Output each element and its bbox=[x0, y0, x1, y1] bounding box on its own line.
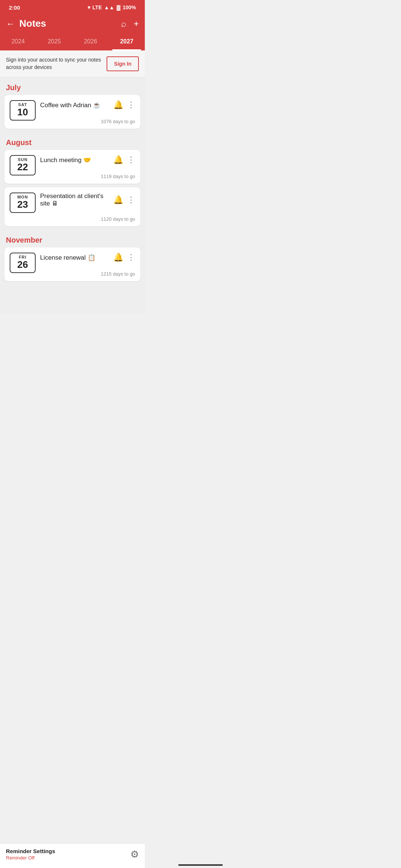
days-to-go: 1076 days to go bbox=[40, 119, 135, 124]
year-tab-2025[interactable]: 2025 bbox=[36, 34, 73, 49]
note-card[interactable]: MON 23 Presentation at client's site 🖥 🔔… bbox=[4, 187, 140, 226]
note-title: License renewal 📋 bbox=[40, 254, 113, 262]
bell-icon[interactable]: 🔔 bbox=[113, 100, 123, 110]
note-actions: 🔔 ⋮ bbox=[113, 100, 135, 110]
day-number: 26 bbox=[17, 259, 28, 270]
bell-icon[interactable]: 🔔 bbox=[113, 155, 123, 165]
note-content: License renewal 📋 🔔 ⋮ 1215 days to go bbox=[40, 253, 135, 277]
year-tabs: 2024202520262027 bbox=[0, 34, 145, 50]
year-tab-2027[interactable]: 2027 bbox=[109, 34, 145, 49]
date-badge: MON 23 bbox=[10, 193, 36, 213]
note-title-row: License renewal 📋 🔔 ⋮ bbox=[40, 253, 135, 262]
status-time: 2:00 bbox=[9, 4, 20, 11]
month-label-august: August bbox=[0, 132, 145, 150]
note-content: Lunch meeting 🤝 🔔 ⋮ 1119 days to go bbox=[40, 155, 135, 179]
days-to-go: 1120 days to go bbox=[40, 216, 135, 222]
signin-button[interactable]: Sign In bbox=[107, 56, 139, 71]
battery-label: 100% bbox=[123, 4, 136, 10]
signin-text: Sign into your account to sync your note… bbox=[6, 56, 102, 71]
note-actions: 🔔 ⋮ bbox=[113, 195, 135, 205]
month-label-july: July bbox=[0, 78, 145, 95]
battery-icon: ▓ bbox=[117, 4, 120, 10]
year-tab-2024[interactable]: 2024 bbox=[0, 34, 36, 49]
note-card[interactable]: FRI 26 License renewal 📋 🔔 ⋮ 1215 days t… bbox=[4, 247, 140, 281]
header-actions: ⌕ + bbox=[121, 19, 139, 29]
more-icon[interactable]: ⋮ bbox=[127, 253, 135, 262]
day-number: 23 bbox=[17, 199, 28, 210]
note-card[interactable]: SAT 10 Coffee with Adrian ☕ 🔔 ⋮ 1076 day… bbox=[4, 95, 140, 129]
bell-icon[interactable]: 🔔 bbox=[113, 253, 123, 262]
date-badge: FRI 26 bbox=[10, 253, 36, 273]
days-to-go: 1119 days to go bbox=[40, 174, 135, 179]
more-icon[interactable]: ⋮ bbox=[127, 195, 135, 205]
year-tab-2026[interactable]: 2026 bbox=[72, 34, 109, 49]
back-button[interactable]: ← bbox=[6, 19, 15, 29]
note-title-row: Coffee with Adrian ☕ 🔔 ⋮ bbox=[40, 100, 135, 110]
note-content: Presentation at client's site 🖥 🔔 ⋮ 1120… bbox=[40, 193, 135, 222]
date-badge: SAT 10 bbox=[10, 100, 36, 121]
note-card[interactable]: SUN 22 Lunch meeting 🤝 🔔 ⋮ 1119 days to … bbox=[4, 150, 140, 184]
note-content: Coffee with Adrian ☕ 🔔 ⋮ 1076 days to go bbox=[40, 100, 135, 124]
signin-banner: Sign into your account to sync your note… bbox=[0, 50, 145, 78]
network-label: LTE bbox=[92, 4, 102, 10]
month-label-november: November bbox=[0, 230, 145, 247]
wifi-icon: ▾ bbox=[88, 4, 90, 10]
note-title-row: Presentation at client's site 🖥 🔔 ⋮ bbox=[40, 193, 135, 207]
content-area: July SAT 10 Coffee with Adrian ☕ 🔔 ⋮ 107… bbox=[0, 78, 145, 315]
date-badge: SUN 22 bbox=[10, 155, 36, 175]
note-title: Presentation at client's site 🖥 bbox=[40, 193, 113, 207]
status-bar: 2:00 ▾ LTE ▲▲ ▓ 100% bbox=[0, 0, 145, 15]
bell-icon[interactable]: 🔔 bbox=[113, 195, 123, 205]
note-title: Lunch meeting 🤝 bbox=[40, 156, 113, 164]
more-icon[interactable]: ⋮ bbox=[127, 100, 135, 110]
day-number: 22 bbox=[17, 162, 28, 172]
signal-icon: ▲▲ bbox=[104, 4, 114, 10]
note-title-row: Lunch meeting 🤝 🔔 ⋮ bbox=[40, 155, 135, 165]
more-icon[interactable]: ⋮ bbox=[127, 155, 135, 165]
day-number: 10 bbox=[17, 107, 28, 118]
add-button[interactable]: + bbox=[134, 19, 139, 29]
days-to-go: 1215 days to go bbox=[40, 271, 135, 277]
note-actions: 🔔 ⋮ bbox=[113, 253, 135, 262]
header: ← Notes ⌕ + bbox=[0, 15, 145, 34]
note-actions: 🔔 ⋮ bbox=[113, 155, 135, 165]
status-icons: ▾ LTE ▲▲ ▓ 100% bbox=[88, 4, 136, 10]
note-title: Coffee with Adrian ☕ bbox=[40, 101, 113, 109]
search-button[interactable]: ⌕ bbox=[121, 19, 126, 29]
header-left: ← Notes bbox=[6, 18, 46, 29]
page-title: Notes bbox=[19, 18, 46, 29]
